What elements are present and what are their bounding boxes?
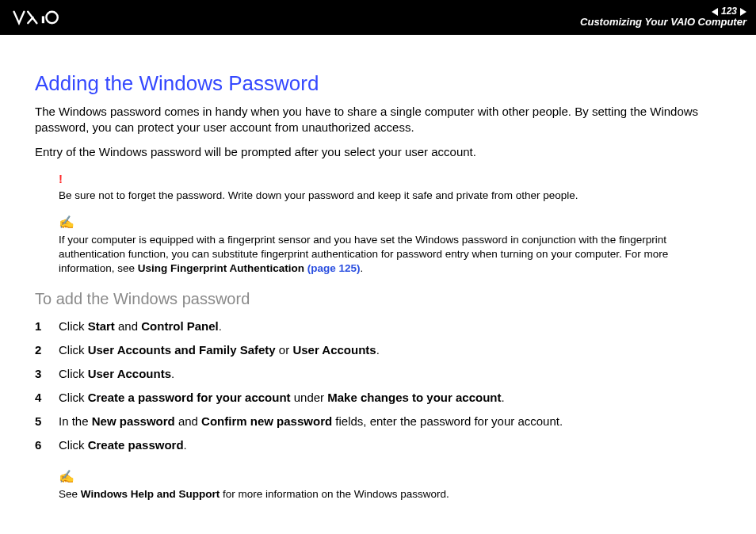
tip2-b: Windows Help and Support	[81, 488, 220, 500]
warning-text: Be sure not to forget the password. Writ…	[59, 189, 578, 201]
prev-page-arrow-icon[interactable]	[712, 8, 718, 16]
svg-point-1	[46, 12, 57, 23]
svg-rect-0	[42, 16, 44, 23]
next-page-arrow-icon[interactable]	[740, 8, 746, 16]
header-right: 123 Customizing Your VAIO Computer	[580, 6, 746, 28]
step-6: 6Click Create password.	[35, 433, 726, 457]
intro-paragraph-2: Entry of the Windows password will be pr…	[35, 144, 726, 160]
tip1-bold: Using Fingerprint Authentication	[138, 262, 304, 274]
step-2: 2Click User Accounts and Family Safety o…	[35, 338, 726, 362]
steps-list: 1Click Start and Control Panel. 2Click U…	[35, 315, 726, 457]
step-4: 4Click Create a password for your accoun…	[35, 386, 726, 410]
section-name: Customizing Your VAIO Computer	[580, 17, 746, 28]
pen-icon: ✍	[59, 214, 726, 231]
exclamation-icon: !	[59, 171, 726, 187]
tip2-a: See	[59, 488, 81, 500]
page-content: Adding the Windows Password The Windows …	[0, 35, 756, 521]
step-1: 1Click Start and Control Panel.	[35, 315, 726, 338]
vaio-logo	[13, 10, 89, 25]
tip2-c: for more information on the Windows pass…	[220, 488, 449, 500]
tip-note-2: ✍ See Windows Help and Support for more …	[59, 468, 726, 502]
step-5: 5In the New password and Confirm new pas…	[35, 410, 726, 433]
fingerprint-link[interactable]: (page 125)	[307, 262, 361, 274]
header-bar: 123 Customizing Your VAIO Computer	[0, 0, 756, 35]
procedure-title: To add the Windows password	[35, 290, 726, 308]
page-title: Adding the Windows Password	[35, 71, 726, 96]
pen-icon: ✍	[59, 468, 726, 486]
intro-paragraph-1: The Windows password comes in handy when…	[35, 104, 726, 136]
warning-note: ! Be sure not to forget the password. Wr…	[59, 171, 726, 203]
tip-note-1: ✍ If your computer is equipped with a fi…	[59, 214, 726, 276]
step-3: 3Click User Accounts.	[35, 362, 726, 386]
tip1-text-c: .	[361, 262, 364, 274]
